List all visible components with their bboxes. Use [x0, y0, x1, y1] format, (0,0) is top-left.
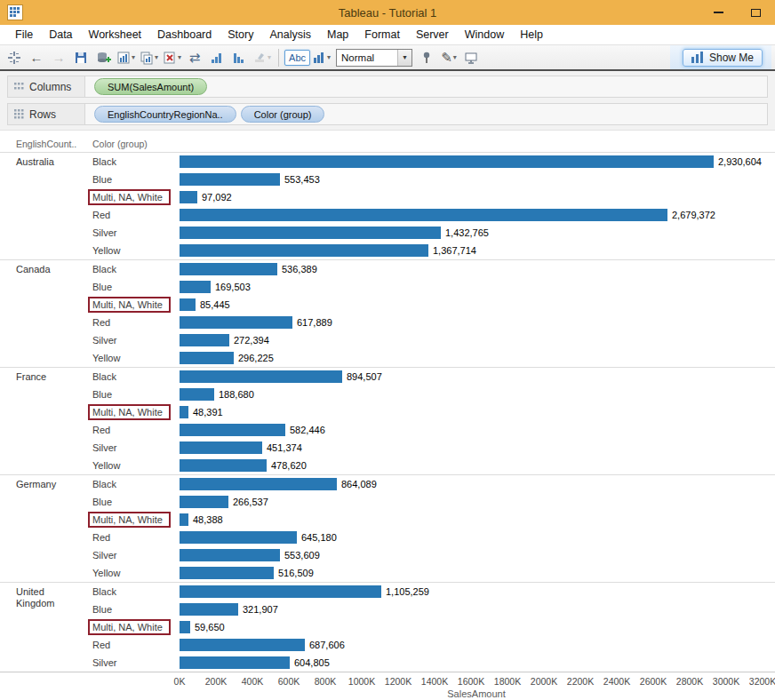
- x-axis-tick: 1400K: [421, 676, 448, 687]
- tableau-logo-icon: [7, 51, 21, 65]
- menu-item-help[interactable]: Help: [512, 28, 551, 41]
- format-button[interactable]: ✎ ▾: [438, 47, 459, 68]
- sort-descending-button[interactable]: [228, 47, 250, 68]
- add-data-button[interactable]: [92, 47, 114, 68]
- save-button[interactable]: [70, 47, 92, 68]
- columns-shelf-track[interactable]: SUM(SalesAmount): [85, 76, 768, 98]
- bar[interactable]: [180, 370, 342, 383]
- bar[interactable]: [180, 263, 277, 275]
- show-me-button[interactable]: Show Me: [683, 49, 763, 67]
- bar[interactable]: [180, 388, 214, 401]
- menu-item-data[interactable]: Data: [41, 28, 80, 41]
- bar[interactable]: [180, 244, 428, 257]
- pin-button[interactable]: [416, 47, 437, 68]
- undo-button[interactable]: ←: [26, 47, 47, 68]
- bar-row: Silver272,394: [0, 331, 775, 349]
- menu-item-window[interactable]: Window: [457, 28, 512, 41]
- bar[interactable]: [180, 406, 188, 418]
- bar[interactable]: [180, 209, 667, 221]
- bar-value-label: 1,105,259: [386, 586, 429, 597]
- bar-cell: 536,389: [178, 260, 775, 278]
- highlight-button[interactable]: ▾: [251, 47, 273, 68]
- rows-shelf-text: Rows: [29, 108, 56, 121]
- menu-item-format[interactable]: Format: [356, 28, 408, 41]
- bar[interactable]: [180, 513, 188, 526]
- bar[interactable]: [180, 639, 305, 651]
- menu-item-worksheet[interactable]: Worksheet: [81, 28, 150, 41]
- bar[interactable]: [180, 316, 292, 329]
- country-group: FranceBlack894,507Blue188,680Multi, NA, …: [0, 367, 775, 474]
- abc-labels-button[interactable]: Abc: [284, 50, 310, 66]
- bar[interactable]: [180, 334, 229, 346]
- shelf-pill[interactable]: Color (group): [241, 106, 325, 123]
- menu-item-server[interactable]: Server: [408, 28, 457, 41]
- redo-button[interactable]: →: [48, 47, 69, 68]
- bar-value-label: 2,930,604: [718, 156, 762, 167]
- bar[interactable]: [180, 567, 274, 579]
- bar-row: Blue188,680: [0, 386, 775, 403]
- menu-item-map[interactable]: Map: [319, 28, 356, 41]
- bar[interactable]: [180, 298, 196, 311]
- menu-item-dashboard[interactable]: Dashboard: [149, 28, 220, 41]
- bar[interactable]: [180, 352, 234, 364]
- bar[interactable]: [180, 173, 280, 186]
- x-axis-tick: 0K: [174, 676, 186, 687]
- swap-axes-icon: ⇄: [189, 51, 201, 64]
- view-mode-select[interactable]: Normal ▼: [336, 49, 412, 67]
- x-axis-tick: 3200K: [749, 676, 775, 687]
- bar-row: Red617,889: [0, 314, 775, 331]
- highlight-icon: [252, 51, 267, 65]
- bar-value-label: 451,374: [267, 442, 302, 453]
- bar-value-label: 2,679,372: [672, 210, 715, 220]
- mark-labels-button[interactable]: ▾: [311, 47, 332, 68]
- bar[interactable]: [180, 603, 238, 616]
- bar-cell: 1,432,765: [178, 224, 775, 242]
- color-group-label: Silver: [92, 657, 178, 668]
- bar-value-label: 97,092: [202, 192, 232, 203]
- new-worksheet-button[interactable]: ▾: [115, 47, 137, 68]
- bar[interactable]: [180, 424, 285, 436]
- rows-shelf-track[interactable]: EnglishCountryRegionNa..Color (group): [85, 103, 768, 125]
- start-page-button[interactable]: [4, 47, 25, 68]
- bar[interactable]: [180, 281, 211, 293]
- x-axis-tick: 2000K: [531, 676, 557, 687]
- shelf-pill[interactable]: EnglishCountryRegionNa..: [94, 106, 236, 123]
- country-label: Germany: [16, 479, 78, 490]
- bar-value-label: 645,180: [301, 532, 337, 543]
- clear-sheet-button[interactable]: ▾: [161, 47, 183, 68]
- bar[interactable]: [180, 496, 228, 508]
- duplicate-sheet-button[interactable]: ▾: [138, 47, 160, 68]
- country-group: CanadaBlack536,389Blue169,503Multi, NA, …: [0, 259, 775, 367]
- shelf-area: Columns SUM(SalesAmount) Rows EnglishCou…: [0, 71, 775, 131]
- swap-axes-button[interactable]: ⇄: [184, 47, 205, 68]
- sort-ascending-button[interactable]: [206, 47, 228, 68]
- bar[interactable]: [180, 227, 441, 239]
- forward-arrow-icon: →: [52, 51, 66, 64]
- show-me-chart-icon: [691, 52, 704, 63]
- bar[interactable]: [180, 191, 197, 203]
- bar-row: Silver1,432,765: [0, 224, 775, 242]
- maximize-button[interactable]: [745, 2, 766, 23]
- menu-item-file[interactable]: File: [7, 28, 41, 41]
- bar[interactable]: [180, 656, 290, 669]
- color-group-label: Black: [92, 371, 178, 382]
- country-label: United Kingdom: [16, 586, 78, 609]
- menu-item-story[interactable]: Story: [220, 28, 261, 41]
- presentation-mode-button[interactable]: [460, 47, 482, 68]
- clear-sheet-icon: [163, 51, 177, 65]
- bar[interactable]: [180, 441, 262, 454]
- bar[interactable]: [180, 549, 280, 561]
- bar[interactable]: [180, 585, 381, 598]
- bar[interactable]: [180, 155, 714, 168]
- color-group-label: Red: [92, 640, 178, 650]
- bar[interactable]: [180, 459, 267, 472]
- minimize-button[interactable]: [707, 2, 729, 23]
- bar-cell: 296,225: [178, 349, 775, 367]
- bar[interactable]: [180, 531, 297, 544]
- shelf-pill[interactable]: SUM(SalesAmount): [94, 78, 207, 95]
- menu-item-analysis[interactable]: Analysis: [261, 28, 319, 41]
- bar-row: Multi, NA, White59,650: [0, 618, 775, 636]
- bar[interactable]: [180, 478, 337, 490]
- bar[interactable]: [180, 621, 190, 633]
- color-group-label-highlighted: Multi, NA, White: [88, 619, 171, 635]
